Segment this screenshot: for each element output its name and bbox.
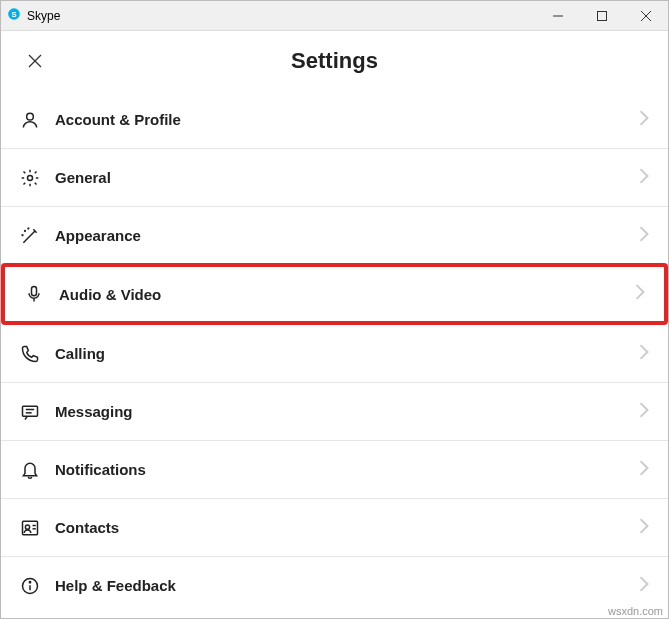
chevron-right-icon bbox=[638, 344, 650, 364]
info-icon bbox=[19, 575, 41, 597]
phone-icon bbox=[19, 343, 41, 365]
close-settings-button[interactable] bbox=[25, 51, 45, 71]
svg-text:S: S bbox=[11, 10, 16, 19]
chevron-right-icon bbox=[638, 402, 650, 422]
svg-point-8 bbox=[27, 113, 34, 120]
settings-item-label: Contacts bbox=[55, 519, 638, 536]
bell-icon bbox=[19, 459, 41, 481]
maximize-button[interactable] bbox=[580, 1, 624, 30]
svg-point-11 bbox=[28, 228, 29, 229]
chevron-right-icon bbox=[638, 226, 650, 246]
window-title: Skype bbox=[27, 9, 60, 23]
settings-item-label: Calling bbox=[55, 345, 638, 362]
settings-item-appearance[interactable]: Appearance bbox=[1, 207, 668, 265]
svg-point-10 bbox=[25, 230, 26, 231]
settings-item-account-profile[interactable]: Account & Profile bbox=[1, 91, 668, 149]
settings-item-audio-video[interactable]: Audio & Video bbox=[1, 263, 668, 325]
minimize-button[interactable] bbox=[536, 1, 580, 30]
svg-rect-13 bbox=[32, 287, 37, 296]
settings-header: Settings bbox=[1, 31, 668, 91]
svg-point-23 bbox=[29, 581, 30, 582]
wand-icon bbox=[19, 225, 41, 247]
gear-icon bbox=[19, 167, 41, 189]
settings-item-label: Audio & Video bbox=[59, 286, 634, 303]
chevron-right-icon bbox=[638, 518, 650, 538]
chevron-right-icon bbox=[638, 576, 650, 596]
skype-logo-icon: S bbox=[7, 7, 21, 24]
window-close-button[interactable] bbox=[624, 1, 668, 30]
chevron-right-icon bbox=[638, 110, 650, 130]
titlebar: S Skype bbox=[1, 1, 668, 31]
svg-rect-14 bbox=[23, 406, 38, 416]
person-icon bbox=[19, 109, 41, 131]
svg-point-12 bbox=[22, 234, 23, 235]
settings-item-general[interactable]: General bbox=[1, 149, 668, 207]
settings-item-contacts[interactable]: Contacts bbox=[1, 499, 668, 557]
settings-item-label: Appearance bbox=[55, 227, 638, 244]
settings-item-label: Messaging bbox=[55, 403, 638, 420]
settings-item-label: Account & Profile bbox=[55, 111, 638, 128]
chevron-right-icon bbox=[634, 284, 646, 304]
contacts-icon bbox=[19, 517, 41, 539]
settings-item-label: Notifications bbox=[55, 461, 638, 478]
chevron-right-icon bbox=[638, 460, 650, 480]
svg-point-9 bbox=[28, 175, 33, 180]
settings-item-label: Help & Feedback bbox=[55, 577, 638, 594]
svg-rect-3 bbox=[598, 11, 607, 20]
svg-point-18 bbox=[25, 525, 29, 529]
watermark: wsxdn.com bbox=[608, 605, 663, 617]
page-title: Settings bbox=[291, 48, 378, 74]
settings-item-messaging[interactable]: Messaging bbox=[1, 383, 668, 441]
microphone-icon bbox=[23, 283, 45, 305]
settings-item-calling[interactable]: Calling bbox=[1, 325, 668, 383]
chevron-right-icon bbox=[638, 168, 650, 188]
message-icon bbox=[19, 401, 41, 423]
settings-item-help-feedback[interactable]: Help & Feedback bbox=[1, 557, 668, 604]
settings-item-label: General bbox=[55, 169, 638, 186]
settings-list: Account & Profile General Appearance Aud… bbox=[1, 91, 668, 604]
settings-item-notifications[interactable]: Notifications bbox=[1, 441, 668, 499]
